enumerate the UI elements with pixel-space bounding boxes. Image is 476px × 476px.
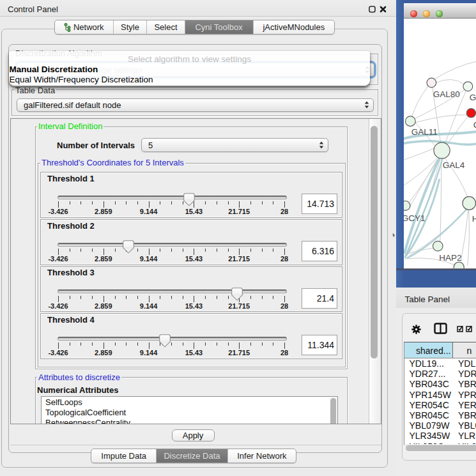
svg-text:HAP2: HAP2	[439, 253, 461, 263]
svg-text:GAL4: GAL4	[442, 160, 464, 170]
svg-text:H: H	[472, 214, 476, 224]
svg-text:GCY1: GCY1	[404, 213, 426, 223]
svg-text:G.: G.	[469, 93, 476, 102]
svg-text:GAL11: GAL11	[411, 127, 437, 137]
svg-text:C: C	[473, 120, 476, 130]
svg-text:GAL80: GAL80	[433, 89, 459, 99]
